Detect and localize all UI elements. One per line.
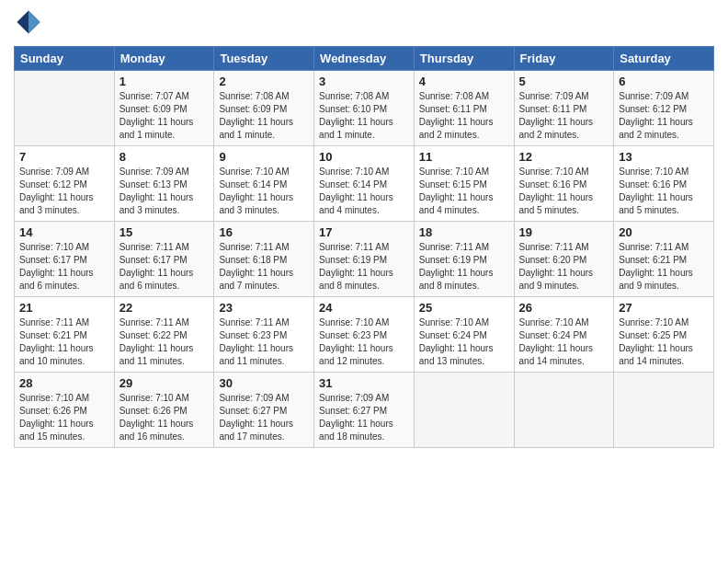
calendar-week-2: 7Sunrise: 7:09 AMSunset: 6:12 PMDaylight… [15,146,714,222]
weekday-header-friday: Friday [514,47,614,71]
day-number: 2 [219,75,309,88]
day-number: 18 [419,225,509,239]
day-info: Sunrise: 7:10 AMSunset: 6:14 PMDaylight:… [319,166,409,217]
calendar-cell: 8Sunrise: 7:09 AMSunset: 6:13 PMDaylight… [114,146,214,222]
calendar-cell: 22Sunrise: 7:11 AMSunset: 6:22 PMDayligh… [114,297,214,373]
calendar-cell: 25Sunrise: 7:10 AMSunset: 6:24 PMDayligh… [414,297,514,373]
calendar-cell: 10Sunrise: 7:10 AMSunset: 6:14 PMDayligh… [314,146,415,222]
day-info: Sunrise: 7:11 AMSunset: 6:19 PMDaylight:… [419,241,509,293]
day-info: Sunrise: 7:10 AMSunset: 6:14 PMDaylight:… [219,166,309,217]
day-number: 15 [119,225,210,239]
day-number: 16 [219,225,309,239]
day-info: Sunrise: 7:11 AMSunset: 6:18 PMDaylight:… [219,241,309,293]
calendar-cell: 7Sunrise: 7:09 AMSunset: 6:12 PMDaylight… [15,146,115,222]
calendar-cell: 4Sunrise: 7:08 AMSunset: 6:11 PMDaylight… [414,71,514,146]
day-info: Sunrise: 7:10 AMSunset: 6:23 PMDaylight:… [319,316,409,368]
weekday-header-tuesday: Tuesday [214,47,314,71]
weekday-header-saturday: Saturday [614,47,714,71]
day-info: Sunrise: 7:09 AMSunset: 6:27 PMDaylight:… [219,392,309,443]
day-number: 29 [119,376,210,390]
svg-marker-1 [28,10,40,33]
day-info: Sunrise: 7:10 AMSunset: 6:24 PMDaylight:… [419,316,509,368]
day-number: 5 [519,75,609,88]
day-info: Sunrise: 7:10 AMSunset: 6:25 PMDaylight:… [619,316,709,368]
calendar-cell [15,71,115,146]
day-number: 28 [19,376,109,390]
calendar-cell: 28Sunrise: 7:10 AMSunset: 6:26 PMDayligh… [15,373,115,448]
calendar-header-row: SundayMondayTuesdayWednesdayThursdayFrid… [15,47,714,71]
day-info: Sunrise: 7:11 AMSunset: 6:20 PMDaylight:… [519,241,609,293]
day-number: 4 [419,75,509,88]
day-info: Sunrise: 7:10 AMSunset: 6:26 PMDaylight:… [19,392,109,443]
day-info: Sunrise: 7:11 AMSunset: 6:21 PMDaylight:… [619,241,709,293]
calendar-week-4: 21Sunrise: 7:11 AMSunset: 6:21 PMDayligh… [15,297,714,373]
day-number: 30 [219,376,309,390]
day-number: 14 [19,225,109,239]
calendar-cell: 23Sunrise: 7:11 AMSunset: 6:23 PMDayligh… [214,297,314,373]
calendar-cell: 14Sunrise: 7:10 AMSunset: 6:17 PMDayligh… [15,222,115,297]
day-number: 27 [619,301,709,315]
calendar-week-3: 14Sunrise: 7:10 AMSunset: 6:17 PMDayligh… [15,222,714,297]
day-number: 19 [519,225,609,239]
day-number: 12 [519,150,609,164]
calendar-cell: 13Sunrise: 7:10 AMSunset: 6:16 PMDayligh… [614,146,714,222]
day-number: 31 [319,376,409,390]
day-number: 1 [119,75,210,88]
day-info: Sunrise: 7:09 AMSunset: 6:13 PMDaylight:… [119,166,210,217]
day-number: 11 [419,150,509,164]
day-info: Sunrise: 7:09 AMSunset: 6:27 PMDaylight:… [319,392,409,443]
calendar-cell: 17Sunrise: 7:11 AMSunset: 6:19 PMDayligh… [314,222,415,297]
day-number: 10 [319,150,409,164]
day-number: 6 [619,75,709,88]
day-info: Sunrise: 7:08 AMSunset: 6:11 PMDaylight:… [419,90,509,142]
day-info: Sunrise: 7:11 AMSunset: 6:17 PMDaylight:… [119,241,210,293]
day-info: Sunrise: 7:10 AMSunset: 6:17 PMDaylight:… [19,241,109,293]
day-number: 25 [419,301,509,315]
calendar-cell: 3Sunrise: 7:08 AMSunset: 6:10 PMDaylight… [314,71,415,146]
day-number: 13 [619,150,709,164]
weekday-header-thursday: Thursday [414,47,514,71]
day-number: 22 [119,301,210,315]
day-info: Sunrise: 7:10 AMSunset: 6:15 PMDaylight:… [419,166,509,217]
day-info: Sunrise: 7:07 AMSunset: 6:09 PMDaylight:… [119,90,210,142]
calendar-cell: 27Sunrise: 7:10 AMSunset: 6:25 PMDayligh… [614,297,714,373]
day-info: Sunrise: 7:09 AMSunset: 6:12 PMDaylight:… [19,166,109,217]
day-info: Sunrise: 7:11 AMSunset: 6:22 PMDaylight:… [119,316,210,368]
calendar-cell: 9Sunrise: 7:10 AMSunset: 6:14 PMDaylight… [214,146,314,222]
day-number: 23 [219,301,309,315]
day-info: Sunrise: 7:11 AMSunset: 6:23 PMDaylight:… [219,316,309,368]
day-info: Sunrise: 7:11 AMSunset: 6:19 PMDaylight:… [319,241,409,293]
calendar-week-1: 1Sunrise: 7:07 AMSunset: 6:09 PMDaylight… [15,71,714,146]
weekday-header-sunday: Sunday [15,47,115,71]
day-info: Sunrise: 7:09 AMSunset: 6:11 PMDaylight:… [519,90,609,142]
header [14,9,714,39]
calendar-cell: 30Sunrise: 7:09 AMSunset: 6:27 PMDayligh… [214,373,314,448]
day-number: 7 [19,150,109,164]
day-info: Sunrise: 7:08 AMSunset: 6:10 PMDaylight:… [319,90,409,142]
day-number: 24 [319,301,409,315]
calendar-cell: 16Sunrise: 7:11 AMSunset: 6:18 PMDayligh… [214,222,314,297]
calendar-table: SundayMondayTuesdayWednesdayThursdayFrid… [14,46,714,448]
day-number: 3 [319,75,409,88]
day-number: 8 [119,150,210,164]
day-info: Sunrise: 7:10 AMSunset: 6:24 PMDaylight:… [519,316,609,368]
day-info: Sunrise: 7:09 AMSunset: 6:12 PMDaylight:… [619,90,709,142]
calendar-cell: 5Sunrise: 7:09 AMSunset: 6:11 PMDaylight… [514,71,614,146]
weekday-header-wednesday: Wednesday [314,47,415,71]
calendar-cell: 1Sunrise: 7:07 AMSunset: 6:09 PMDaylight… [114,71,214,146]
day-number: 20 [619,225,709,239]
calendar-cell: 24Sunrise: 7:10 AMSunset: 6:23 PMDayligh… [314,297,415,373]
calendar-cell: 20Sunrise: 7:11 AMSunset: 6:21 PMDayligh… [614,222,714,297]
logo [14,9,45,39]
day-info: Sunrise: 7:10 AMSunset: 6:16 PMDaylight:… [619,166,709,217]
day-number: 9 [219,150,309,164]
day-number: 17 [319,225,409,239]
calendar-body: 1Sunrise: 7:07 AMSunset: 6:09 PMDaylight… [15,71,714,448]
day-number: 26 [519,301,609,315]
calendar-cell: 2Sunrise: 7:08 AMSunset: 6:09 PMDaylight… [214,71,314,146]
calendar-cell: 12Sunrise: 7:10 AMSunset: 6:16 PMDayligh… [514,146,614,222]
calendar-cell [614,373,714,448]
calendar-cell: 18Sunrise: 7:11 AMSunset: 6:19 PMDayligh… [414,222,514,297]
day-info: Sunrise: 7:08 AMSunset: 6:09 PMDaylight:… [219,90,309,142]
calendar-cell: 19Sunrise: 7:11 AMSunset: 6:20 PMDayligh… [514,222,614,297]
